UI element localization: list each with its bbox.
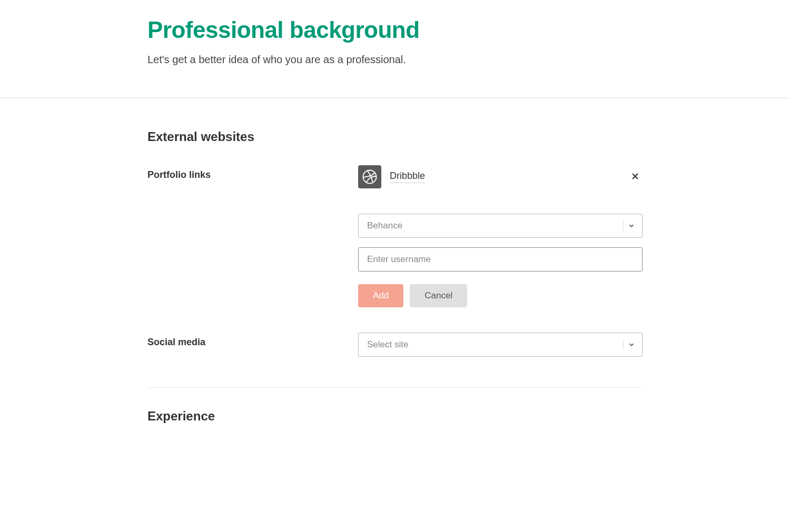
add-button[interactable]: Add [358,284,403,307]
portfolio-links-row: Portfolio links Dribbble [147,165,643,307]
portfolio-site-link[interactable]: Dribbble [390,170,425,183]
username-input[interactable] [358,247,643,272]
remove-portfolio-button[interactable] [628,169,643,185]
portfolio-site-select-wrapper: Behance [358,214,643,238]
section-divider [147,387,643,388]
portfolio-links-fields: Dribbble Behance [358,165,643,307]
social-media-fields: Select site [358,333,643,366]
external-websites-heading: External websites [147,129,643,144]
close-icon [630,171,640,182]
header-section: Professional background Let's get a bett… [0,0,790,98]
cancel-button[interactable]: Cancel [410,284,467,307]
portfolio-item-content: Dribbble [358,165,425,188]
dribbble-icon [358,165,381,188]
social-media-row: Social media Select site [147,333,643,366]
social-media-select-wrapper: Select site [358,333,643,357]
content-section: External websites Portfolio links [0,98,790,424]
add-portfolio-buttons: Add Cancel [358,284,643,307]
page-subtitle: Let's get a better idea of who you are a… [147,54,643,66]
page-title: Professional background [147,17,643,43]
portfolio-links-label: Portfolio links [147,165,358,307]
social-media-label: Social media [147,333,358,366]
portfolio-site-select[interactable]: Behance [358,214,643,238]
portfolio-item: Dribbble [358,165,643,188]
social-media-select[interactable]: Select site [358,333,643,357]
experience-heading: Experience [147,409,643,424]
